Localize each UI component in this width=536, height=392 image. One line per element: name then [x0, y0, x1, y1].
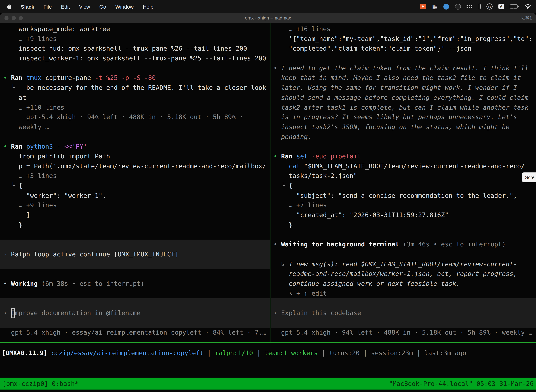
terminal-line: • Working (6m 38s • esc to interrupt) [0, 279, 270, 289]
screen-recording-indicator-icon[interactable] [420, 4, 426, 9]
window-titlebar[interactable]: omx --xhigh --madmax ⌥⌘1 [0, 13, 536, 23]
terminal-line: continue assigned work or next feasible … [271, 279, 536, 289]
menu-bar: Slack File Edit View Go Window Help ▦ 61… [0, 0, 536, 13]
omx-status-pane: [OMX#0.11.9] cczip/essay/ai-reimplementa… [0, 343, 536, 378]
terminal-line: … +7 lines [271, 201, 536, 210]
terminal-window: omx --xhigh --madmax ⌥⌘1 workspace_mode:… [0, 13, 536, 392]
blue-app-icon[interactable] [443, 4, 449, 9]
terminal-line [271, 54, 536, 63]
dots-grid-icon[interactable] [467, 5, 472, 8]
terminal-line [271, 142, 536, 152]
terminal-line: from pathlib import Path [0, 152, 270, 161]
terminal-line: … +110 lines [0, 103, 270, 112]
terminal-line: inspect_hud: omx sparkshell --tmux-pane … [0, 44, 270, 54]
terminal-line: └ { [0, 181, 270, 191]
screenshot-tooltip: Scre [522, 173, 536, 182]
terminal-line: … +3 lines [0, 171, 270, 181]
terminal-line [0, 269, 270, 279]
terminal-line: … +16 lines [271, 24, 536, 34]
ralph-loop-banner: › Ralph loop active continue [OMX_TMUX_I… [0, 240, 270, 269]
menu-help[interactable]: Help [143, 4, 153, 9]
omx-status-line: [OMX#0.11.9] cczip/essay/ai-reimplementa… [0, 348, 536, 358]
tmux-host-time-label: "MacBook-Pro-44.local" 05:03 31-Mar-26 [389, 380, 534, 387]
menu-edit[interactable]: Edit [61, 4, 70, 9]
terminal-line: p = Path('.omx/state/team/review-current… [0, 161, 270, 171]
terminal-line: └ { [271, 181, 536, 191]
terminal-line: task2 after task1 is complete, but can I… [271, 103, 536, 112]
input-source-icon[interactable]: A [498, 4, 504, 9]
terminal-line: ⌥ + ↑ edit [271, 289, 536, 299]
terminal-line: "completed","claim_token":"claim-token"}… [271, 44, 536, 54]
terminal-line: • I need to get the claim token from the… [271, 63, 536, 73]
battery-icon[interactable] [510, 5, 519, 9]
terminal-line: } [0, 220, 270, 230]
window-manager-icon[interactable]: ▦ [432, 4, 438, 9]
terminal-line: tasks/task-2.json" [271, 171, 536, 181]
terminal-line: workspace_mode: worktree [0, 24, 270, 34]
menu-go[interactable]: Go [99, 4, 106, 9]
terminal-line [0, 289, 270, 299]
terminal-line [0, 63, 270, 73]
terminal-line: • Ran set -euo pipefail [271, 152, 536, 161]
window-title: omx --xhigh --madmax [0, 13, 536, 23]
terminal-line: pending. [271, 132, 536, 142]
tmux-status-bar: [omx-cczip0] 0:bash* "MacBook-Pro-44.loc… [0, 378, 536, 390]
terminal-line [0, 230, 270, 240]
terminal-line: … +9 lines [0, 34, 270, 44]
terminal-line: … +9 lines [0, 201, 270, 210]
terminal-line: • Ran tmux capture-pane -t %25 -p -S -80 [0, 73, 270, 83]
terminal-line: gpt-5.4 xhigh · 94% left · 488K in · 5.1… [0, 112, 270, 122]
battery-gauge-icon[interactable]: 61 [486, 3, 493, 9]
terminal-line [271, 230, 536, 240]
terminal-line: readme-and-reco/mailbox/worker-1.json, a… [271, 269, 536, 279]
terminal-line: "subject": "send a concise recommendatio… [271, 191, 536, 201]
menu-bar-left: Slack File Edit View Go Window Help [7, 4, 153, 9]
menu-window[interactable]: Window [115, 4, 134, 9]
terminal-line: gpt-5.4 xhigh · 94% left · 488K in · 5.1… [271, 328, 536, 338]
terminal-line: inspect task2's JSON, focusing on the st… [271, 122, 536, 132]
terminal-line: should send a message before completing … [271, 93, 536, 103]
menu-view[interactable]: View [79, 4, 90, 9]
terminal-line: weekly … [0, 122, 270, 132]
tmux-session-window-label: [omx-cczip0] 0:bash* [2, 380, 79, 387]
menu-file[interactable]: File [43, 4, 52, 9]
terminal-line: "worker": "worker-1", [0, 191, 270, 201]
terminal-content: workspace_mode: worktree … +9 lines insp… [0, 23, 536, 392]
window-shortcut-hint: ⌥⌘1 [520, 13, 532, 23]
terminal-line: • Ran python3 - <<'PY' [0, 142, 270, 152]
prompt-input-left[interactable]: › Improve documentation in @filename [0, 299, 270, 328]
screen: Slack File Edit View Go Window Help ▦ 61… [0, 0, 536, 392]
dark-circle-app-icon[interactable] [455, 4, 461, 9]
prompt-input-right[interactable]: › Explain this codebase [271, 299, 536, 328]
terminal-line: • Waiting for background terminal (3m 46… [271, 240, 536, 250]
terminal-line: '{"team_name":"my-team","task_id":"1","f… [271, 34, 536, 44]
menu-app-name[interactable]: Slack [21, 4, 34, 9]
tmux-vertical-divider [270, 23, 270, 342]
terminal-line: at [0, 93, 270, 103]
tmux-pane-left[interactable]: workspace_mode: worktree … +9 lines insp… [0, 23, 270, 342]
terminal-line: ] [0, 210, 270, 220]
terminal-line: } [271, 220, 536, 230]
menu-bar-status-icons: ▦ 61 A [420, 3, 531, 10]
terminal-line: ↳ 1 new msg(s): read $OMX_TEAM_STATE_ROO… [271, 259, 536, 269]
terminal-line: later. Using the same for transition mig… [271, 83, 536, 93]
terminal-line: └ be necessary for the end of the README… [0, 83, 270, 93]
terminal-line: gpt-5.4 xhigh · essay/ai-reimplementatio… [0, 328, 270, 338]
apple-menu-icon[interactable] [7, 4, 12, 9]
terminal-line [271, 250, 536, 259]
terminal-line: inspect_worker-1: omx sparkshell --tmux-… [0, 54, 270, 63]
wifi-icon[interactable] [524, 3, 531, 10]
terminal-line: cat "$OMX_TEAM_STATE_ROOT/team/review-cu… [271, 161, 536, 171]
terminal-line: is in progress? It seems likely but perh… [271, 112, 536, 122]
tmux-pane-right[interactable]: … +16 lines '{"team_name":"my-team","tas… [271, 23, 536, 342]
terminal-line [0, 132, 270, 142]
terminal-line: "created_at": "2026-03-31T11:59:27.816Z" [271, 210, 536, 220]
terminal-line: keep that in mind. Maybe I also need the… [271, 73, 536, 83]
slim-app-icon[interactable] [478, 4, 481, 9]
